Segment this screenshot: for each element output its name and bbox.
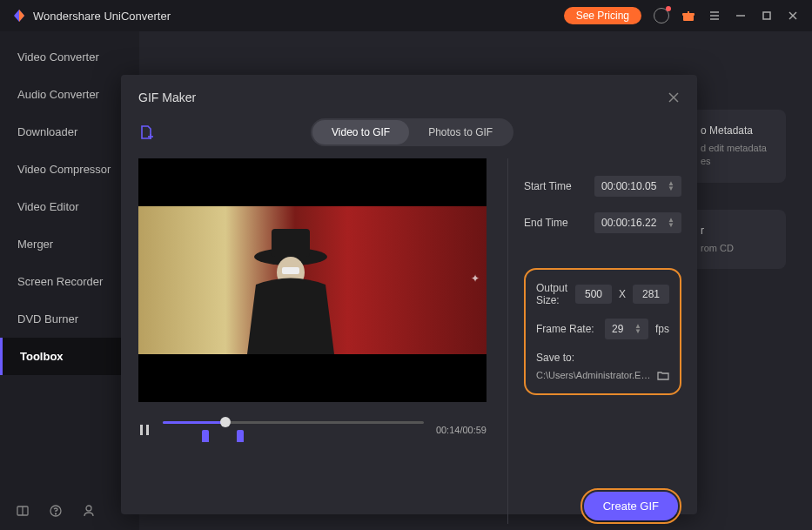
range-markers (202, 430, 244, 442)
maximize-icon[interactable] (760, 9, 774, 23)
end-time-label: End Time (524, 217, 568, 229)
frame-rate-unit: fps (655, 323, 669, 335)
tab-photos-to-gif[interactable]: Photos to GIF (409, 120, 512, 144)
svg-point-13 (56, 513, 57, 514)
create-gif-button[interactable]: Create GIF (584, 492, 678, 520)
output-size-label: Output Size: (536, 282, 568, 306)
player-controls: 00:14/00:59 (138, 418, 487, 442)
watermark-icon: ✦ (471, 272, 480, 285)
app-title: Wondershare UniConverter (33, 10, 171, 23)
pause-icon[interactable] (138, 424, 151, 436)
sidebar-item-downloader[interactable]: Downloader (0, 113, 139, 151)
content-area: o Metadata d edit metadata es r rom CD G… (139, 31, 812, 530)
timecode: 00:14/00:59 (436, 425, 487, 435)
timeline[interactable] (163, 418, 424, 442)
folder-icon[interactable] (657, 369, 669, 381)
svg-point-14 (86, 506, 91, 511)
svg-rect-7 (763, 12, 770, 19)
save-path: C:\Users\Administrator.EIZE5 (536, 370, 652, 380)
tab-group: Video to GIF Photos to GIF (311, 118, 513, 146)
video-frame-content (238, 224, 343, 354)
sidebar-item-merger[interactable]: Merger (0, 225, 139, 263)
modal-header: GIF Maker (138, 91, 680, 104)
output-height-input[interactable] (633, 285, 669, 304)
range-start-marker[interactable] (202, 430, 209, 442)
add-file-icon[interactable] (138, 124, 154, 140)
frame-rate-label: Frame Rate: (536, 323, 598, 335)
avatar-icon[interactable] (654, 8, 669, 23)
modal-title: GIF Maker (138, 91, 196, 104)
svg-rect-22 (282, 267, 299, 274)
svg-rect-24 (146, 425, 149, 435)
gift-icon[interactable] (681, 9, 695, 23)
tab-video-to-gif[interactable]: Video to GIF (312, 120, 409, 144)
frame-rate-row: Frame Rate: 29 ▲▼ fps (536, 319, 669, 339)
sidebar-item-video-converter[interactable]: Video Converter (0, 38, 139, 76)
close-icon[interactable] (786, 9, 800, 23)
help-icon[interactable] (49, 504, 63, 518)
timeline-thumb[interactable] (220, 417, 231, 427)
output-size-row: Output Size: X (536, 282, 669, 306)
menu-icon[interactable] (708, 9, 721, 23)
settings-column: Start Time 00:00:10.05 ▲▼ End Time 00:00… (507, 158, 681, 524)
bg-card-metadata: o Metadata d edit metadata es (690, 110, 786, 183)
sidebar: Video Converter Audio Converter Download… (0, 31, 139, 530)
svg-rect-23 (140, 425, 143, 435)
output-settings-group: Output Size: X Frame Rate: 29 ▲▼ fps (524, 268, 681, 395)
save-to-label: Save to: (536, 352, 669, 364)
tutorial-icon[interactable] (16, 504, 30, 518)
app-logo-icon (12, 9, 26, 23)
sidebar-footer (0, 492, 139, 530)
start-time-input[interactable]: 00:00:10.05 ▲▼ (594, 176, 681, 197)
titlebar: Wondershare UniConverter See Pricing (0, 0, 812, 31)
sidebar-item-dvd-burner[interactable]: DVD Burner (0, 300, 139, 338)
svg-rect-1 (688, 11, 689, 21)
user-icon[interactable] (82, 504, 96, 518)
timeline-progress (163, 421, 225, 424)
bg-card-cd-desc: rom CD (701, 242, 775, 255)
sidebar-item-audio-converter[interactable]: Audio Converter (0, 76, 139, 113)
titlebar-controls: See Pricing (564, 7, 800, 24)
end-time-row: End Time 00:00:16.22 ▲▼ (524, 212, 681, 233)
end-time-input[interactable]: 00:00:16.22 ▲▼ (594, 212, 681, 233)
gif-maker-modal: GIF Maker Video to GIF Photos to GIF (121, 75, 697, 514)
bg-card-cd: r rom CD (690, 210, 786, 269)
bg-card-cd-title: r (701, 224, 775, 238)
save-path-row: C:\Users\Administrator.EIZE5 (536, 369, 669, 381)
upload-row: Video to GIF Photos to GIF (138, 118, 680, 146)
svg-rect-2 (682, 13, 695, 16)
sidebar-item-toolbox[interactable]: Toolbox (0, 338, 139, 375)
sidebar-item-video-editor[interactable]: Video Editor (0, 188, 139, 225)
frame-rate-value: 29 (612, 323, 623, 335)
video-frame: ✦ (138, 206, 487, 354)
range-end-marker[interactable] (237, 430, 244, 442)
end-time-value: 00:00:16.22 (601, 217, 656, 229)
start-time-row: Start Time 00:00:10.05 ▲▼ (524, 176, 681, 197)
start-time-label: Start Time (524, 180, 572, 192)
preview-column: ✦ (138, 158, 487, 524)
minimize-icon[interactable] (734, 9, 748, 23)
svg-rect-20 (272, 229, 310, 257)
frame-rate-input[interactable]: 29 ▲▼ (605, 319, 648, 339)
output-width-input[interactable] (575, 285, 612, 304)
bg-card-desc: d edit metadata es (701, 142, 775, 169)
start-time-value: 00:00:10.05 (601, 180, 656, 192)
create-gif-highlight: Create GIF (580, 488, 681, 524)
bg-card-title: o Metadata (701, 124, 775, 138)
modal-close-icon[interactable] (668, 91, 680, 104)
sidebar-item-video-compressor[interactable]: Video Compressor (0, 151, 139, 188)
video-preview[interactable]: ✦ (138, 158, 487, 402)
sidebar-item-screen-recorder[interactable]: Screen Recorder (0, 263, 139, 300)
titlebar-left: Wondershare UniConverter (12, 9, 171, 23)
see-pricing-button[interactable]: See Pricing (564, 7, 641, 24)
output-size-sep: X (619, 288, 626, 300)
